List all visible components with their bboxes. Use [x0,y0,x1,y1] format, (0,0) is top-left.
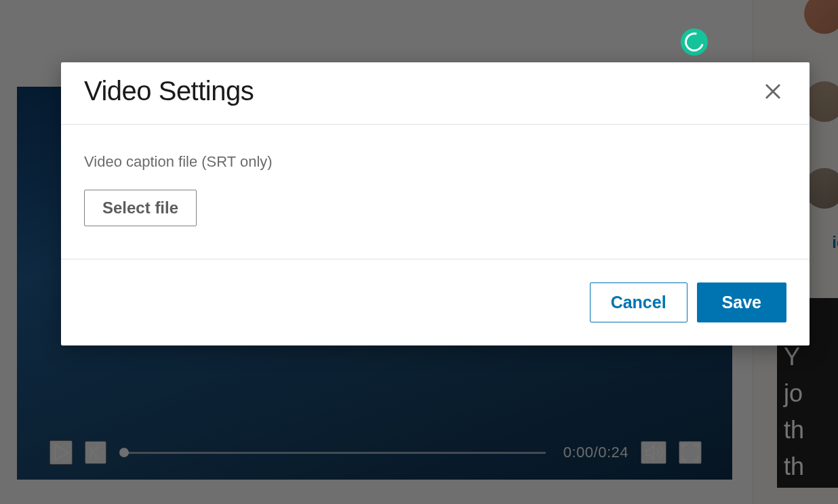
modal-footer: Cancel Save [61,259,810,345]
close-button[interactable] [759,78,786,105]
modal-body: Video caption file (SRT only) Select fil… [61,125,810,259]
save-button[interactable]: Save [697,282,786,322]
grammarly-icon[interactable] [681,28,708,56]
modal-header: Video Settings [61,62,810,125]
modal-title: Video Settings [84,76,254,106]
close-icon [763,81,783,102]
cancel-button[interactable]: Cancel [590,282,687,322]
video-settings-modal: Video Settings Video caption file (SRT o… [61,62,810,345]
caption-file-label: Video caption file (SRT only) [84,153,786,171]
select-file-button[interactable]: Select file [84,190,197,226]
